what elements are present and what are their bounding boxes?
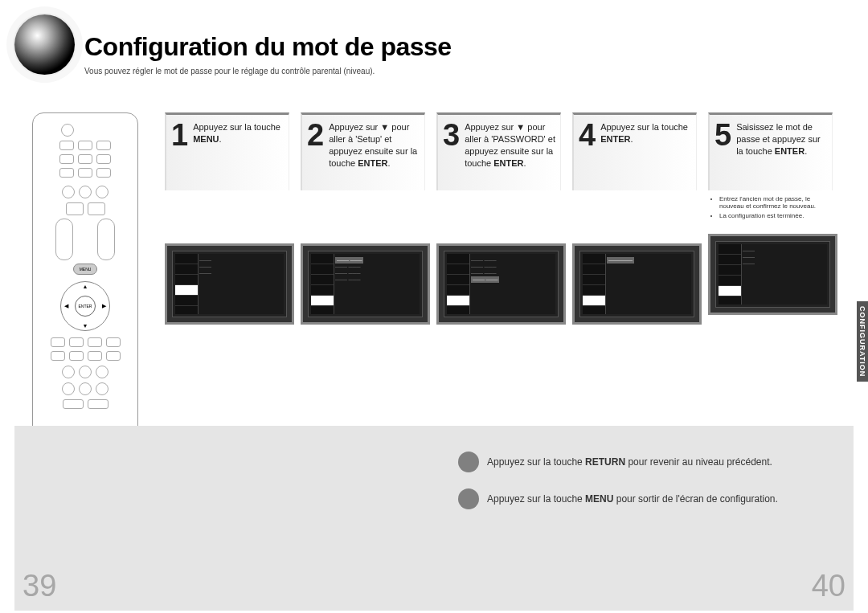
step-3: 3 Appuyez sur ▼ pour aller à 'PASSWORD' … — [436, 112, 561, 325]
tv-screenshot-1: ————————— — [165, 243, 294, 325]
step-text: Appuyez sur la touche MENU. — [193, 121, 284, 145]
footer-line-1: Appuyez sur la touche RETURN pour reveni… — [487, 456, 772, 468]
page-title: Configuration du mot de passe — [84, 32, 452, 62]
step-5: 5 Saisissez le mot de passe et appuyez s… — [708, 112, 833, 325]
step-2: 2 Appuyez sur ▼ pour aller à 'Setup' et … — [301, 112, 425, 325]
footer-info: Appuyez sur la touche RETURN pour reveni… — [458, 452, 778, 525]
tv-screenshot-5: ————————— — [708, 234, 837, 315]
step-number: 2 — [307, 121, 324, 149]
step-text: Appuyez sur la touche ENTER. — [600, 121, 691, 145]
remote-dpad: ▲ ▼ ◀ ▶ ENTER — [60, 281, 110, 331]
section-tab: CONFIGURATION — [857, 301, 868, 382]
speaker-graphic — [14, 14, 75, 75]
remote-control-diagram: MENU ▲ ▼ ◀ ▶ ENTER — [32, 112, 138, 476]
tv-screenshot-3: ——— —————— —————— —————— ——— — [436, 243, 566, 325]
footer-line-2: Appuyez sur la touche MENU pour sortir d… — [487, 493, 778, 505]
manual-page: Configuration du mot de passe Vous pouve… — [0, 0, 868, 613]
step-notes: Entrez l'ancien mot de passe, le nouveau… — [708, 195, 833, 219]
step-4: 4 Appuyez sur la touche ENTER. —————— — [572, 112, 697, 325]
header: Configuration du mot de passe Vous pouve… — [84, 32, 452, 76]
step-number: 4 — [579, 121, 596, 149]
page-number-left: 39 — [23, 569, 56, 603]
step-1: 1 Appuyez sur la touche MENU. ————————— — [165, 112, 289, 325]
page-subtitle: Vous pouvez régler le mot de passe pour … — [84, 67, 452, 76]
bullet-icon — [458, 488, 479, 509]
step-text: Appuyez sur ▼ pour aller à 'PASSWORD' et… — [465, 121, 555, 169]
step-text: Appuyez sur ▼ pour aller à 'Setup' et ap… — [329, 121, 420, 169]
step-number: 3 — [443, 121, 460, 149]
remote-menu-button: MENU — [73, 264, 97, 275]
step-number: 1 — [171, 121, 188, 149]
tv-screenshot-2: ——— —————— —————— —————— ——— — [301, 243, 430, 325]
step-number: 5 — [714, 121, 731, 149]
step-text: Saisissez le mot de passe et appuyez sur… — [736, 121, 827, 157]
remote-enter-button: ENTER — [75, 296, 96, 317]
steps-row: 1 Appuyez sur la touche MENU. ————————— … — [165, 112, 833, 325]
page-number-right: 40 — [812, 569, 845, 603]
tv-screenshot-4: —————— — [572, 243, 702, 325]
bullet-icon — [458, 452, 479, 472]
